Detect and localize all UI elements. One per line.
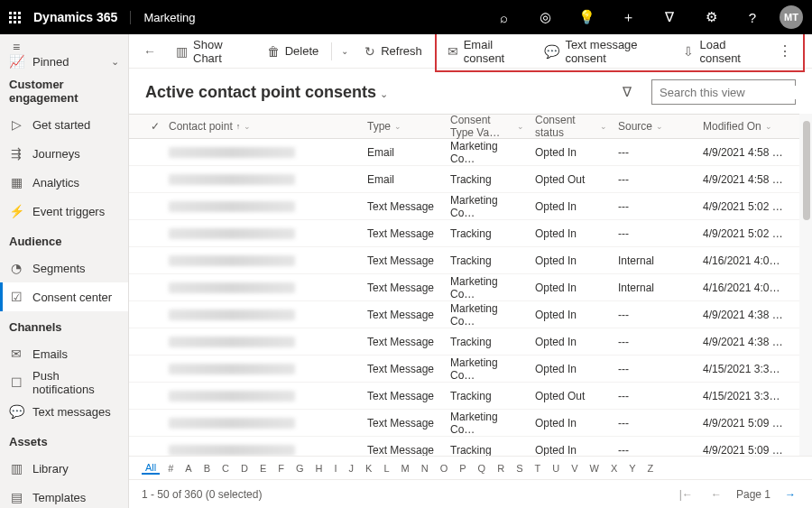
alpha-jump[interactable]: P — [456, 463, 469, 474]
alpha-jump[interactable]: B — [200, 463, 214, 474]
alpha-jump[interactable]: X — [607, 463, 621, 474]
alpha-jump[interactable]: F — [274, 463, 288, 474]
cell-ctv: Tracking — [445, 173, 530, 186]
next-page-button[interactable]: → — [781, 488, 799, 501]
table-row[interactable]: Text MessageTrackingOpted In---4/9/2021 … — [129, 220, 812, 247]
user-avatar[interactable]: MT — [780, 5, 803, 29]
load-consent-button[interactable]: ⇩Load consent — [676, 34, 767, 69]
view-selector[interactable]: Active contact point consents⌄ — [145, 83, 388, 102]
vertical-scrollbar[interactable] — [799, 114, 812, 456]
table-row[interactable]: Text MessageMarketing Co…Opted In---4/9/… — [129, 301, 812, 328]
funnel-filter-button[interactable]: ∇ — [614, 84, 641, 100]
cell-status: Opted In — [530, 146, 613, 159]
alpha-jump[interactable]: L — [380, 463, 392, 474]
alpha-jump[interactable]: Z — [644, 463, 658, 474]
table-row[interactable]: Text MessageMarketing Co…Opted In---4/9/… — [129, 193, 812, 220]
sidebar-item[interactable]: ✉Emails — [0, 339, 128, 368]
search-icon[interactable]: ⌕ — [489, 3, 518, 32]
add-icon[interactable]: ＋ — [614, 3, 642, 32]
alpha-jump[interactable]: U — [549, 463, 563, 474]
settings-gear-icon[interactable]: ⚙ — [697, 3, 725, 32]
col-source[interactable]: Source⌄ — [613, 115, 697, 138]
sidebar-item[interactable]: ◔Segments — [0, 254, 128, 282]
select-all-checkbox[interactable]: ✓ — [145, 115, 163, 138]
alpha-jump[interactable]: Y — [625, 463, 639, 474]
overflow-button[interactable]: ⋮ — [770, 42, 799, 60]
alpha-jump[interactable]: D — [237, 463, 252, 474]
table-row[interactable]: Text MessageMarketing Co…Opted In---4/9/… — [129, 410, 812, 437]
back-button[interactable]: ← — [136, 41, 163, 62]
sidebar-item[interactable]: ▤Templates — [0, 483, 128, 508]
scroll-thumb[interactable] — [803, 121, 810, 220]
search-input[interactable] — [660, 86, 811, 99]
cell-modified: 4/15/2021 3:3… — [697, 363, 797, 375]
menu-toggle-button[interactable]: ≡ — [0, 40, 128, 54]
col-modified[interactable]: Modified On⌄ — [697, 115, 797, 138]
email-consent-button[interactable]: ✉Email consent — [440, 34, 534, 69]
filter-icon[interactable]: ∇ — [655, 3, 684, 32]
sidebar-item[interactable]: ⚡Event triggers — [0, 197, 128, 226]
help-icon[interactable]: ? — [738, 3, 767, 32]
email-consent-icon: ✉ — [448, 44, 458, 59]
table-row[interactable]: Text MessageTrackingOpted Out---4/15/202… — [129, 383, 812, 410]
delete-button[interactable]: 🗑Delete — [260, 41, 327, 62]
sidebar-item-icon: ▤ — [9, 490, 23, 504]
text-consent-button[interactable]: 💬Text message consent — [537, 34, 672, 69]
table-row[interactable]: EmailMarketing Co…Opted In---4/9/2021 4:… — [129, 139, 812, 166]
sidebar-item-label: Segments — [32, 262, 86, 275]
table-row[interactable]: Text MessageTrackingOpted In---4/9/2021 … — [129, 437, 812, 456]
table-row[interactable]: Text MessageTrackingOpted InInternal4/16… — [129, 247, 812, 274]
delete-split-button[interactable]: ⌄ — [337, 46, 352, 56]
alpha-jump[interactable]: O — [437, 463, 452, 474]
alpha-jump[interactable]: A — [181, 463, 195, 474]
alpha-jump[interactable]: J — [346, 463, 358, 474]
alpha-jump[interactable]: R — [494, 463, 508, 474]
col-contact[interactable]: Contact point↑⌄ — [163, 115, 362, 138]
redacted-contact — [169, 391, 295, 402]
sidebar-item[interactable]: 💬Text messages — [0, 397, 128, 426]
refresh-button[interactable]: ↻Refresh — [357, 41, 429, 62]
col-status[interactable]: Consent status⌄ — [530, 115, 613, 138]
alpha-jump[interactable]: G — [292, 463, 308, 474]
col-type[interactable]: Type⌄ — [362, 115, 445, 138]
alpha-jump[interactable]: N — [418, 463, 432, 474]
redacted-contact — [169, 282, 295, 293]
alpha-jump[interactable]: V — [567, 463, 581, 474]
alpha-jump[interactable]: T — [531, 463, 544, 474]
sidebar-item[interactable]: ☑Consent center — [0, 282, 128, 311]
sidebar-item[interactable]: ▥Library — [0, 454, 128, 483]
sidebar-item[interactable]: ▦Analytics — [0, 168, 128, 197]
alpha-jump[interactable]: E — [256, 463, 270, 474]
search-box[interactable]: ⌕ — [651, 79, 796, 105]
alpha-jump[interactable]: I — [331, 463, 341, 474]
table-row[interactable]: Text MessageMarketing Co…Opted In---4/15… — [129, 356, 812, 383]
alpha-jump[interactable]: W — [586, 463, 603, 474]
table-row[interactable]: Text MessageMarketing Co…Opted InInterna… — [129, 274, 812, 301]
app-launcher-icon[interactable] — [9, 12, 21, 23]
command-bar: ← ▥Show Chart 🗑Delete ⌄ ↻Refresh ✉Email … — [129, 34, 812, 69]
alpha-jump[interactable]: H — [312, 463, 327, 474]
pinned-row[interactable]: 📈Pinned⌄ — [0, 54, 128, 69]
sidebar-item[interactable]: ⇶Journeys — [0, 139, 128, 168]
alpha-jump[interactable]: C — [218, 463, 233, 474]
alpha-jump[interactable]: All — [142, 462, 160, 475]
sidebar-item-label: Analytics — [32, 176, 79, 189]
sidebar-item[interactable]: ☐Push notifications — [0, 368, 128, 397]
alpha-jump[interactable]: S — [512, 463, 526, 474]
table-row[interactable]: EmailTrackingOpted Out---4/9/2021 4:58 … — [129, 166, 812, 193]
lightbulb-icon[interactable]: 💡 — [572, 3, 601, 32]
assistant-icon[interactable]: ◎ — [531, 3, 559, 32]
alpha-jump-bar: All#ABCDEFGHIJKLMNOPQRSTUVWXYZ — [129, 456, 812, 479]
alpha-jump[interactable]: K — [362, 463, 375, 474]
show-chart-button[interactable]: ▥Show Chart — [169, 34, 254, 69]
sidebar-item[interactable]: ▷Get started — [0, 110, 128, 139]
alpha-jump[interactable]: # — [164, 463, 177, 474]
col-consent-type[interactable]: Consent Type Va…⌄ — [445, 115, 530, 138]
cell-ctv: Marketing Co… — [445, 275, 530, 300]
first-page-button[interactable]: |← — [676, 488, 697, 501]
alpha-jump[interactable]: Q — [475, 463, 490, 474]
cell-modified: 4/9/2021 4:38 … — [697, 336, 797, 348]
alpha-jump[interactable]: M — [398, 463, 413, 474]
prev-page-button[interactable]: ← — [707, 488, 725, 501]
table-row[interactable]: Text MessageTrackingOpted In---4/9/2021 … — [129, 328, 812, 356]
